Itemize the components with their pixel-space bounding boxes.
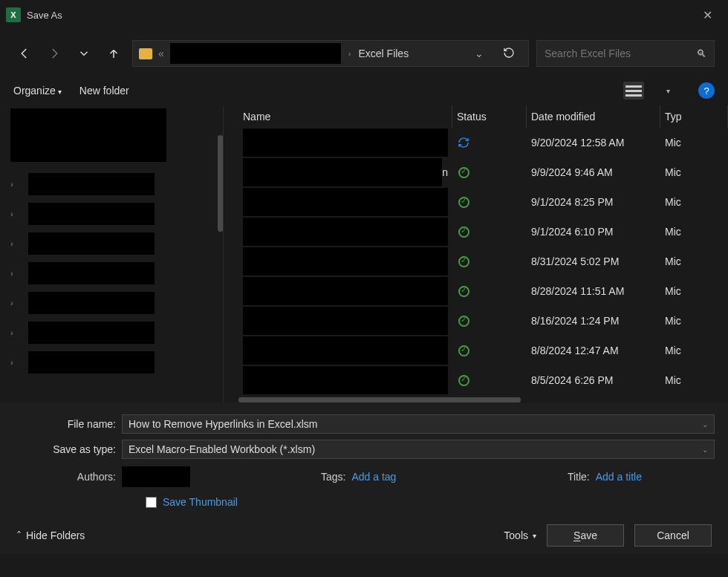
col-type-header[interactable]: Typ xyxy=(660,105,728,128)
authors-value-redacted[interactable] xyxy=(122,466,190,487)
forward-button[interactable] xyxy=(43,42,65,65)
view-mode-dropdown[interactable]: ▾ xyxy=(666,87,670,95)
save-button[interactable]: Save xyxy=(547,524,624,547)
sidebar-scrollbar[interactable] xyxy=(218,135,223,232)
sidebar-item[interactable]: › xyxy=(10,258,217,288)
sidebar-item[interactable]: › xyxy=(10,169,217,199)
save-type-value: Excel Macro-Enabled Workbook (*.xlsm) xyxy=(129,443,315,455)
sidebar-item[interactable]: › xyxy=(10,199,217,229)
search-box[interactable]: 🔍︎ xyxy=(536,40,715,67)
sidebar-item-redacted xyxy=(28,351,155,374)
folder-icon xyxy=(139,48,152,59)
address-bar[interactable]: « › Excel Files ⌄ xyxy=(132,40,529,67)
save-type-field[interactable]: Excel Macro-Enabled Workbook (*.xlsm) ⌄ xyxy=(122,440,715,459)
save-type-dropdown-icon[interactable]: ⌄ xyxy=(702,446,708,454)
window-title: Save As xyxy=(27,10,692,21)
file-row[interactable]: 8/28/2024 11:51 AMMic xyxy=(224,276,728,306)
address-redacted xyxy=(170,43,341,64)
synced-ok-icon xyxy=(457,255,470,268)
file-row[interactable]: 8/8/2024 12:47 AMMic xyxy=(224,336,728,365)
sidebar: ››››››› xyxy=(0,105,223,402)
file-name-field[interactable]: How to Remove Hyperlinks in Excel.xlsm ⌄ xyxy=(122,414,715,434)
file-name-redacted xyxy=(243,188,448,216)
new-folder-button[interactable]: New folder xyxy=(79,85,129,97)
chevron-right-icon: › xyxy=(10,299,21,307)
synced-ok-icon xyxy=(457,166,470,179)
file-name-redacted xyxy=(243,128,448,157)
file-name-value: How to Remove Hyperlinks in Excel.xlsm xyxy=(129,418,317,430)
sync-icon xyxy=(457,136,470,149)
title-bar: X Save As ✕ xyxy=(0,0,728,30)
file-name-redacted xyxy=(243,218,448,246)
file-row[interactable]: 8/5/2024 6:26 PMMic xyxy=(224,365,728,395)
body-panes: ››››››› Name Status Date modified Typ 9/… xyxy=(0,105,728,402)
file-row[interactable]: 9/1/2024 6:10 PMMic xyxy=(224,217,728,247)
col-date-header[interactable]: Date modified xyxy=(527,105,660,128)
recent-dropdown[interactable] xyxy=(73,42,95,65)
file-date: 8/31/2024 5:02 PM xyxy=(527,255,660,267)
file-name-redacted xyxy=(243,277,448,305)
search-icon[interactable]: 🔍︎ xyxy=(696,48,706,59)
file-date: 9/1/2024 8:25 PM xyxy=(527,196,660,208)
chevron-right-icon: › xyxy=(10,239,21,248)
file-date: 9/20/2024 12:58 AM xyxy=(527,137,660,149)
file-name-dropdown-icon[interactable]: ⌄ xyxy=(702,420,708,428)
organize-menu[interactable]: Organize▾ xyxy=(13,85,62,97)
tags-add[interactable]: Add a tag xyxy=(351,471,396,483)
tools-menu[interactable]: Tools▾ xyxy=(504,529,536,541)
sidebar-item[interactable]: › xyxy=(10,229,217,258)
refresh-button[interactable] xyxy=(495,47,522,61)
address-dropdown[interactable]: ⌄ xyxy=(469,48,490,59)
title-add[interactable]: Add a title xyxy=(596,471,642,483)
sidebar-item[interactable]: › xyxy=(10,288,217,318)
toolbar: Organize▾ New folder ▾ ? xyxy=(0,76,728,105)
file-type: Mic xyxy=(660,255,728,267)
save-form: File name: How to Remove Hyperlinks in E… xyxy=(0,402,728,554)
file-date: 9/1/2024 6:10 PM xyxy=(527,226,660,238)
sidebar-item-redacted xyxy=(28,203,155,225)
col-name-header[interactable]: Name xyxy=(224,105,452,128)
sidebar-item-redacted xyxy=(28,173,155,195)
file-row[interactable]: 9/20/2024 12:58 AMMic xyxy=(224,128,728,157)
sidebar-item[interactable]: › xyxy=(10,348,217,377)
file-date: 8/8/2024 12:47 AM xyxy=(527,345,660,356)
file-type: Mic xyxy=(660,345,728,356)
chevron-right-icon: › xyxy=(10,358,21,367)
sidebar-item-redacted xyxy=(28,262,155,284)
file-row[interactable]: 8/31/2024 5:02 PMMic xyxy=(224,247,728,276)
excel-icon: X xyxy=(6,7,21,22)
save-thumbnail-checkbox[interactable] xyxy=(146,497,157,508)
file-row[interactable]: n9/9/2024 9:46 AMMic xyxy=(224,157,728,187)
sidebar-item-redacted xyxy=(28,322,155,344)
file-row[interactable]: 8/16/2024 1:24 PMMic xyxy=(224,306,728,336)
close-button[interactable]: ✕ xyxy=(692,8,722,22)
file-type: Mic xyxy=(660,166,728,178)
file-type: Mic xyxy=(660,315,728,327)
sidebar-top-redacted xyxy=(10,108,166,162)
file-type: Mic xyxy=(660,285,728,297)
help-button[interactable]: ? xyxy=(698,82,715,99)
sidebar-item[interactable]: › xyxy=(10,318,217,348)
file-list-header: Name Status Date modified Typ xyxy=(224,105,728,128)
search-input[interactable] xyxy=(545,48,696,59)
save-thumbnail-label[interactable]: Save Thumbnail xyxy=(163,496,238,508)
file-list-hscrollbar[interactable] xyxy=(238,397,521,402)
nav-bar: « › Excel Files ⌄ 🔍︎ xyxy=(0,36,728,71)
file-name-redacted xyxy=(243,336,448,365)
footer: ˄ Hide Folders Tools▾ Save Cancel xyxy=(13,524,715,547)
synced-ok-icon xyxy=(457,284,470,298)
view-mode-button[interactable] xyxy=(623,82,644,100)
hide-folders-toggle[interactable]: ˄ Hide Folders xyxy=(16,529,85,541)
title-label: Title: xyxy=(568,471,590,483)
col-status-header[interactable]: Status xyxy=(452,105,527,128)
synced-ok-icon xyxy=(457,314,470,327)
file-row[interactable]: 9/1/2024 8:25 PMMic xyxy=(224,187,728,217)
tags-label: Tags: xyxy=(321,471,345,483)
breadcrumb-segment[interactable]: Excel Files xyxy=(358,48,409,59)
back-button[interactable] xyxy=(13,42,36,65)
up-button[interactable] xyxy=(103,42,125,65)
file-type: Mic xyxy=(660,226,728,238)
cancel-button[interactable]: Cancel xyxy=(634,524,712,547)
synced-ok-icon xyxy=(457,344,470,357)
file-date: 8/5/2024 6:26 PM xyxy=(527,374,660,386)
